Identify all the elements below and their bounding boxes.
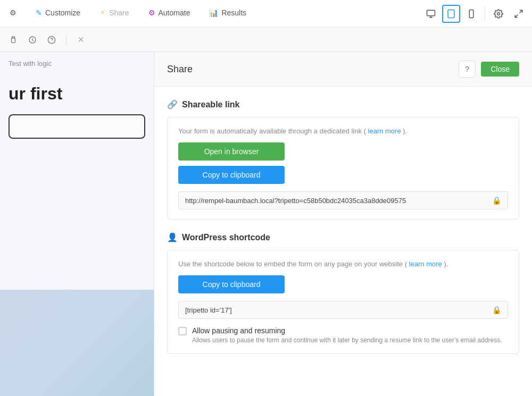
- results-icon: 📊: [209, 9, 218, 17]
- shortcode-value: [tripetto id='17']: [185, 306, 488, 314]
- share-close-button[interactable]: Close: [481, 62, 519, 77]
- wordpress-learn-more[interactable]: learn more: [409, 260, 442, 268]
- mobile-icon-btn[interactable]: [462, 5, 480, 23]
- shortcode-lock-icon: 🔒: [492, 306, 501, 314]
- link-lock-icon: 🔒: [492, 196, 501, 205]
- copy-to-clipboard-link-button[interactable]: Copy to clipboard: [178, 166, 285, 184]
- device-icon-group: [418, 5, 532, 23]
- allow-pause-label: Allow pausing and resuming: [192, 326, 502, 335]
- toolbar-close-icon[interactable]: ×: [73, 32, 89, 48]
- share-content: 🔗 Shareable link Your form is automatica…: [154, 87, 532, 380]
- nav-customize-label: Customize: [45, 9, 80, 17]
- wordpress-shortcode-box: Use the shortcode below to embed the for…: [167, 250, 519, 354]
- shareable-link-section-title: 🔗 Shareable link: [167, 99, 519, 109]
- gear-icon-btn[interactable]: [489, 5, 508, 23]
- nav-automate[interactable]: ⚙ Automate: [139, 0, 200, 27]
- left-panel: Test with logic ur first: [0, 52, 154, 396]
- wordpress-shortcode-section-title: 👤 WordPress shortcode: [167, 232, 519, 242]
- top-nav: ⚙ ✎ Customize ⚬ Share ⚙ Automate 📊 Resul…: [0, 0, 532, 28]
- form-preview: ur first: [0, 75, 154, 147]
- share-header-actions: ? Close: [459, 61, 519, 78]
- copy-to-clipboard-shortcode-button[interactable]: Copy to clipboard: [178, 275, 285, 293]
- svg-rect-0: [427, 10, 435, 16]
- shareable-link-title-text: Shareable link: [182, 100, 240, 109]
- svg-rect-5: [469, 10, 473, 18]
- wordpress-shortcode-title-text: WordPress shortcode: [182, 233, 270, 242]
- nav-customize[interactable]: ✎ Customize: [26, 0, 90, 27]
- shareable-link-learn-more[interactable]: learn more: [368, 127, 401, 135]
- nav-results[interactable]: 📊 Results: [200, 0, 256, 27]
- share-help-button[interactable]: ?: [459, 61, 476, 78]
- nav-share-label: Share: [109, 9, 129, 17]
- bottle-icon[interactable]: [5, 32, 21, 48]
- tablet-icon-btn[interactable]: [442, 5, 460, 23]
- allow-pause-description: Allows users to pause the form and conti…: [192, 336, 502, 344]
- allow-pause-text-group: Allow pausing and resuming Allows users …: [192, 326, 502, 344]
- svg-line-9: [515, 14, 518, 17]
- main-layout: Test with logic ur first Share ? Close 🔗…: [0, 52, 532, 396]
- allow-pause-checkbox[interactable]: [178, 327, 187, 335]
- allow-pause-checkbox-row: Allow pausing and resuming Allows users …: [178, 326, 508, 344]
- svg-point-7: [497, 12, 500, 15]
- sub-toolbar-icon-group: ×: [5, 32, 89, 48]
- shareable-link-url-field: http://rempel-baumbach.local?tripetto=c5…: [178, 191, 508, 209]
- wordpress-shortcode-description: Use the shortcode below to embed the for…: [178, 260, 508, 268]
- nav-share[interactable]: ⚬ Share: [90, 0, 138, 27]
- question-mark-icon: ?: [465, 65, 469, 73]
- form-preview-input: [9, 114, 145, 139]
- shortcode-url-field: [tripetto id='17'] 🔒: [178, 301, 508, 319]
- circle-icon[interactable]: [24, 32, 40, 48]
- customize-icon: ✎: [36, 9, 42, 17]
- form-preview-background: [0, 290, 154, 396]
- nav-automate-label: Automate: [159, 9, 190, 17]
- sub-toolbar: ×: [0, 28, 532, 52]
- right-panel: Share ? Close 🔗 Shareable link Your form…: [154, 52, 532, 396]
- share-panel-title: Share: [167, 64, 193, 75]
- svg-line-8: [520, 10, 522, 13]
- svg-rect-10: [12, 38, 15, 43]
- nav-results-label: Results: [221, 9, 246, 17]
- automate-icon: ⚙: [148, 9, 155, 17]
- toolbar-divider: [66, 34, 66, 46]
- link-emoji-icon: 🔗: [167, 99, 178, 109]
- wordpress-emoji-icon: 👤: [167, 232, 178, 242]
- shareable-link-box: Your form is automatically available thr…: [167, 117, 519, 220]
- expand-icon-btn[interactable]: [510, 5, 528, 23]
- svg-rect-3: [448, 10, 454, 18]
- form-preview-text: ur first: [9, 83, 145, 104]
- share-icon: ⚬: [99, 9, 106, 17]
- share-header: Share ? Close: [154, 52, 532, 87]
- settings-icon: ⚙: [10, 9, 16, 17]
- desktop-icon-btn[interactable]: [422, 5, 440, 23]
- nav-settings[interactable]: ⚙: [0, 0, 26, 27]
- help-icon[interactable]: [44, 32, 60, 48]
- test-with-logic-label: Test with logic: [0, 52, 154, 75]
- open-in-browser-button[interactable]: Open in browser: [178, 142, 285, 161]
- shareable-link-url-value: http://rempel-baumbach.local?tripetto=c5…: [185, 197, 488, 205]
- shareable-link-description: Your form is automatically available thr…: [178, 127, 508, 135]
